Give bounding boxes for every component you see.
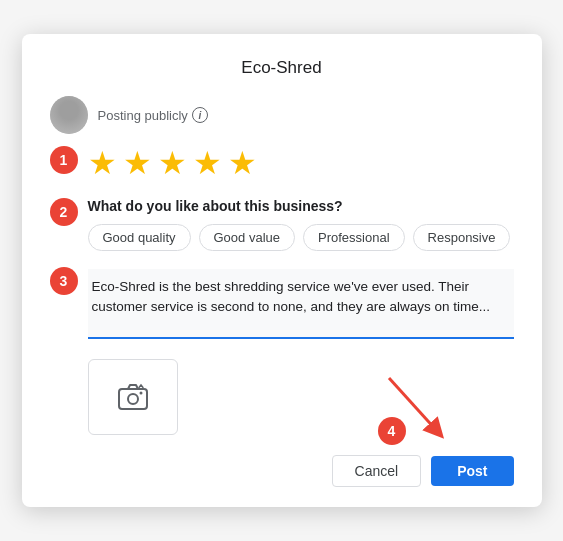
svg-rect-0 xyxy=(119,389,147,409)
step-2-row: 2 What do you like about this business? … xyxy=(50,196,514,251)
actions-row: 4 Cancel Post xyxy=(50,455,514,487)
chip-responsive[interactable]: Responsive xyxy=(413,224,511,251)
posting-label: Posting publicly i xyxy=(98,107,208,123)
section-question: What do you like about this business? xyxy=(88,198,514,214)
step-badge-4: 4 xyxy=(378,417,406,445)
chip-good-value[interactable]: Good value xyxy=(199,224,296,251)
step-1-row: 1 ★ ★ ★ ★ ★ xyxy=(50,144,514,182)
step-badge-3: 3 xyxy=(50,267,78,295)
step-1-content: ★ ★ ★ ★ ★ xyxy=(88,144,514,182)
photo-upload-area[interactable] xyxy=(88,359,178,435)
review-dialog: Eco-Shred Posting publicly i 1 ★ ★ ★ ★ ★… xyxy=(22,34,542,507)
review-textarea-wrapper xyxy=(88,269,514,343)
step-3-content xyxy=(88,265,514,343)
step-2-content: What do you like about this business? Go… xyxy=(88,196,514,251)
camera-icon xyxy=(117,381,149,413)
chip-professional[interactable]: Professional xyxy=(303,224,405,251)
cancel-button[interactable]: Cancel xyxy=(332,455,422,487)
post-button[interactable]: Post xyxy=(431,456,513,486)
chips-row: Good quality Good value Professional Res… xyxy=(88,224,514,251)
step-badge-1: 1 xyxy=(50,146,78,174)
review-textarea[interactable] xyxy=(88,269,514,339)
avatar xyxy=(50,96,88,134)
svg-point-1 xyxy=(128,394,138,404)
star-5[interactable]: ★ xyxy=(228,144,257,182)
star-1[interactable]: ★ xyxy=(88,144,117,182)
step-3-row: 3 xyxy=(50,265,514,343)
user-row: Posting publicly i xyxy=(50,96,514,134)
step-badge-2: 2 xyxy=(50,198,78,226)
star-2[interactable]: ★ xyxy=(123,144,152,182)
star-4[interactable]: ★ xyxy=(193,144,222,182)
dialog-title: Eco-Shred xyxy=(50,58,514,78)
stars-row: ★ ★ ★ ★ ★ xyxy=(88,144,514,182)
svg-point-2 xyxy=(139,392,142,395)
info-icon[interactable]: i xyxy=(192,107,208,123)
star-3[interactable]: ★ xyxy=(158,144,187,182)
photo-icon xyxy=(117,381,149,413)
chip-good-quality[interactable]: Good quality xyxy=(88,224,191,251)
